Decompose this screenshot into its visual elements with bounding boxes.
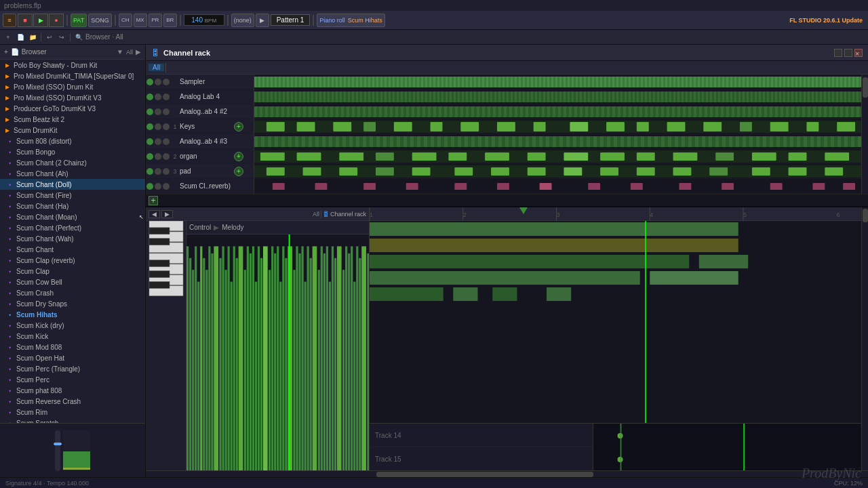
right-vscrollbar[interactable]	[861, 207, 868, 470]
maximize-btn[interactable]	[844, 49, 852, 57]
sidebar-item[interactable]: ▶ Pro Mixed (SSO) Drum Kit	[0, 81, 145, 92]
ch-power-btn[interactable]	[146, 108, 153, 115]
ch-mute-btn[interactable]	[155, 79, 161, 85]
ch-power-btn[interactable]	[146, 94, 153, 100]
sidebar-item[interactable]: ▪ Scum 808 (distort)	[0, 136, 145, 146]
sidebar-item[interactable]: ▪ Scum Chant (Moan) ↖	[0, 211, 145, 222]
file-btn[interactable]: 📄	[15, 32, 26, 43]
play-btn[interactable]: ▶	[33, 14, 48, 27]
sidebar-item[interactable]: ▪ Scum Crash	[0, 287, 145, 298]
arrow-right-btn[interactable]: ▶	[256, 14, 269, 27]
sidebar-item[interactable]: ▪ Scum Chant	[0, 244, 145, 255]
ch-plus-btn[interactable]: +	[234, 152, 243, 161]
ch-pattern-sampler[interactable]	[254, 75, 861, 89]
undo-btn[interactable]: ↩	[44, 32, 55, 43]
sidebar-item[interactable]: ▪ Scum Dry Snaps	[0, 298, 145, 309]
ch-power-btn[interactable]	[146, 123, 153, 130]
sidebar-item[interactable]: ▶ Scum Beatz kit 2	[0, 114, 145, 125]
scroll-thumb[interactable]	[863, 77, 868, 98]
sidebar-arrow-icon[interactable]: ▼	[117, 48, 123, 56]
add-btn[interactable]: +	[3, 32, 14, 43]
piano-roll-nav-next[interactable]: ▶	[161, 210, 173, 218]
ch-power-btn[interactable]	[146, 79, 153, 85]
add-channel-btn[interactable]: +	[149, 196, 158, 205]
sidebar-item-phat808[interactable]: ▪ Scum phat 808	[0, 385, 145, 396]
ch-mute-btn[interactable]	[155, 123, 161, 130]
ch-power-btn[interactable]	[146, 183, 153, 190]
sidebar-item[interactable]: ▪ Scum Kick (dry)	[0, 320, 145, 331]
ch-pattern-keys[interactable]	[254, 119, 861, 134]
ch-pattern-scumcl[interactable]	[254, 179, 861, 194]
ch-pattern-organ[interactable]	[254, 149, 861, 164]
ch-solo-btn[interactable]	[163, 183, 170, 190]
ch-mute-btn[interactable]	[155, 94, 161, 100]
browser-toggle-btn[interactable]: 🔍	[73, 32, 84, 43]
h-scrollbar[interactable]	[146, 470, 868, 477]
control-label[interactable]: Control	[189, 224, 211, 231]
ch-solo-btn[interactable]	[163, 168, 170, 175]
ch-solo-btn[interactable]	[163, 79, 170, 85]
sidebar-item[interactable]: ▪ Scum Chant (Ha)	[0, 201, 145, 211]
ch-solo-btn[interactable]	[163, 94, 170, 100]
sidebar-item[interactable]: ▪ Scum Perc	[0, 374, 145, 385]
sidebar-item[interactable]: ▶ Pro Mixed (SSO) DrumKit V3	[0, 92, 145, 103]
ch-solo-btn[interactable]	[163, 138, 170, 145]
sidebar-item[interactable]: ▪ Scum Scratch	[0, 418, 145, 423]
sidebar-item[interactable]: ▶ Polo Boy Shawty - Drum Kit	[0, 60, 145, 70]
piano-roll-nav-prev[interactable]: ◀	[149, 210, 160, 218]
pattern-display[interactable]: Pattern 1	[271, 14, 311, 26]
ch-power-btn[interactable]	[146, 153, 153, 160]
sidebar-item[interactable]: ▪ Scum Mod 808	[0, 342, 145, 352]
h-scroll-thumb[interactable]	[376, 472, 593, 477]
ch-solo-btn[interactable]	[163, 123, 170, 130]
piano-roll-label[interactable]: Piano roll Scum Hihats	[317, 14, 385, 27]
ch-solo-btn[interactable]	[163, 153, 170, 160]
sidebar-item[interactable]: ▪ Scum Reverse Crash	[0, 396, 145, 407]
sidebar-item[interactable]: ▪ Scum Rim	[0, 407, 145, 418]
ch-mute-btn[interactable]	[155, 168, 161, 175]
redo-btn[interactable]: ↪	[56, 32, 67, 43]
scroll-thumb[interactable]	[863, 209, 868, 222]
ch-pattern-analog1[interactable]	[254, 89, 861, 104]
ch-mute-btn[interactable]	[155, 183, 161, 190]
minimize-btn[interactable]	[834, 49, 842, 57]
menu-btn[interactable]: ≡	[3, 14, 16, 27]
tempo-display[interactable]: 140 BPM	[184, 14, 224, 26]
sidebar-item[interactable]: ▪ Scum Chant (2 Chainz)	[0, 157, 145, 168]
sidebar-dropdown-icon[interactable]: ▶	[136, 48, 141, 56]
sidebar-item[interactable]: ▪ Scum Cow Bell	[0, 277, 145, 287]
ch-mute-btn[interactable]	[155, 138, 161, 145]
mixer-btn[interactable]: MX	[134, 14, 147, 27]
sidebar-add-icon[interactable]: +	[4, 48, 8, 56]
sidebar-item-hihats[interactable]: ▪ Scum Hihats	[0, 309, 145, 320]
ch-mute-btn[interactable]	[155, 153, 161, 160]
volume-fader[interactable]	[55, 430, 60, 471]
sidebar-item[interactable]: ▪ Scum Clap (reverb)	[0, 255, 145, 266]
sidebar-item[interactable]: ▪ Scum Kick	[0, 331, 145, 342]
ch-plus-btn[interactable]: +	[234, 122, 243, 131]
sidebar-item[interactable]: ▶ Scum DrumKit	[0, 125, 145, 136]
sidebar-item[interactable]: ▪ Scum Perc (Triangle)	[0, 363, 145, 374]
sidebar-item[interactable]: ▶ Pro Mixed DrumKit_TIMIA [SuperStar 0]	[0, 70, 145, 81]
stop-btn[interactable]: ■	[18, 14, 33, 27]
ch-mute-btn[interactable]	[155, 108, 161, 115]
song-mode-btn[interactable]: SONG	[88, 14, 112, 27]
channel-rack-btn[interactable]: CH	[119, 14, 132, 27]
ch-pattern-analog3[interactable]	[254, 134, 861, 149]
sidebar-item[interactable]: ▪ Scum Chant (Fire)	[0, 190, 145, 201]
ch-pattern-pad[interactable]	[254, 164, 861, 179]
ch-pattern-analog2[interactable]	[254, 104, 861, 119]
browser-btn[interactable]: BR	[163, 14, 177, 27]
sidebar-item[interactable]: ▶ Producer GoTo DrumKit V3	[0, 103, 145, 114]
sidebar-item[interactable]: ▪ Scum Bongo	[0, 146, 145, 157]
sidebar-item-selected[interactable]: ▪ Scum Chant (Doll)	[0, 179, 145, 190]
channel-rack-link[interactable]: 🎛	[323, 211, 329, 218]
none-dropdown[interactable]: (none)	[231, 14, 254, 27]
piano-roll-btn[interactable]: PR	[149, 14, 162, 27]
record-btn[interactable]: ●	[49, 14, 64, 27]
all-filter-btn[interactable]: All	[149, 64, 164, 71]
close-btn[interactable]: ×	[854, 49, 863, 57]
ch-solo-btn[interactable]	[163, 108, 170, 115]
sidebar-item[interactable]: ▪ Scum Clap	[0, 266, 145, 277]
ch-vscrollbar[interactable]	[861, 75, 868, 194]
